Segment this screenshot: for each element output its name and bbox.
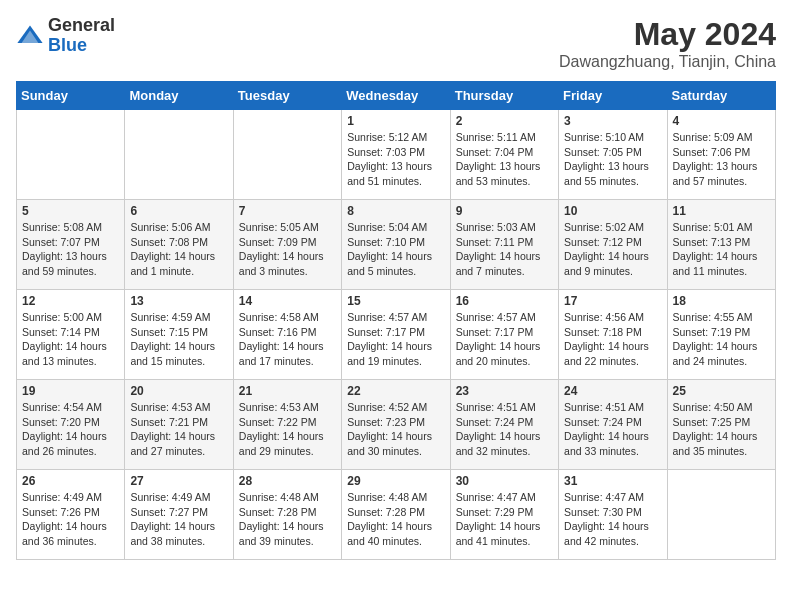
day-number: 14 bbox=[239, 294, 336, 308]
day-number: 26 bbox=[22, 474, 119, 488]
calendar-header: SundayMondayTuesdayWednesdayThursdayFrid… bbox=[17, 82, 776, 110]
calendar-cell: 7 Sunrise: 5:05 AMSunset: 7:09 PMDayligh… bbox=[233, 200, 341, 290]
day-number: 4 bbox=[673, 114, 770, 128]
day-info: Sunrise: 5:04 AMSunset: 7:10 PMDaylight:… bbox=[347, 220, 444, 279]
day-number: 19 bbox=[22, 384, 119, 398]
logo: General Blue bbox=[16, 16, 115, 56]
day-info: Sunrise: 4:53 AMSunset: 7:21 PMDaylight:… bbox=[130, 400, 227, 459]
day-info: Sunrise: 4:53 AMSunset: 7:22 PMDaylight:… bbox=[239, 400, 336, 459]
day-number: 22 bbox=[347, 384, 444, 398]
day-number: 16 bbox=[456, 294, 553, 308]
subtitle: Dawangzhuang, Tianjin, China bbox=[559, 53, 776, 71]
day-info: Sunrise: 5:09 AMSunset: 7:06 PMDaylight:… bbox=[673, 130, 770, 189]
calendar-cell: 8 Sunrise: 5:04 AMSunset: 7:10 PMDayligh… bbox=[342, 200, 450, 290]
day-info: Sunrise: 5:05 AMSunset: 7:09 PMDaylight:… bbox=[239, 220, 336, 279]
calendar-cell: 27 Sunrise: 4:49 AMSunset: 7:27 PMDaylig… bbox=[125, 470, 233, 560]
calendar-cell: 25 Sunrise: 4:50 AMSunset: 7:25 PMDaylig… bbox=[667, 380, 775, 470]
main-title: May 2024 bbox=[559, 16, 776, 53]
calendar-cell: 24 Sunrise: 4:51 AMSunset: 7:24 PMDaylig… bbox=[559, 380, 667, 470]
calendar-cell: 1 Sunrise: 5:12 AMSunset: 7:03 PMDayligh… bbox=[342, 110, 450, 200]
calendar-cell: 11 Sunrise: 5:01 AMSunset: 7:13 PMDaylig… bbox=[667, 200, 775, 290]
calendar-cell: 18 Sunrise: 4:55 AMSunset: 7:19 PMDaylig… bbox=[667, 290, 775, 380]
calendar-cell: 4 Sunrise: 5:09 AMSunset: 7:06 PMDayligh… bbox=[667, 110, 775, 200]
day-info: Sunrise: 5:12 AMSunset: 7:03 PMDaylight:… bbox=[347, 130, 444, 189]
calendar-body: 1 Sunrise: 5:12 AMSunset: 7:03 PMDayligh… bbox=[17, 110, 776, 560]
day-number: 15 bbox=[347, 294, 444, 308]
logo-icon bbox=[16, 22, 44, 50]
calendar-cell: 20 Sunrise: 4:53 AMSunset: 7:21 PMDaylig… bbox=[125, 380, 233, 470]
calendar-cell: 12 Sunrise: 5:00 AMSunset: 7:14 PMDaylig… bbox=[17, 290, 125, 380]
day-number: 25 bbox=[673, 384, 770, 398]
day-info: Sunrise: 4:57 AMSunset: 7:17 PMDaylight:… bbox=[456, 310, 553, 369]
calendar-cell: 21 Sunrise: 4:53 AMSunset: 7:22 PMDaylig… bbox=[233, 380, 341, 470]
calendar-cell: 26 Sunrise: 4:49 AMSunset: 7:26 PMDaylig… bbox=[17, 470, 125, 560]
calendar-week-row: 26 Sunrise: 4:49 AMSunset: 7:26 PMDaylig… bbox=[17, 470, 776, 560]
day-info: Sunrise: 4:51 AMSunset: 7:24 PMDaylight:… bbox=[456, 400, 553, 459]
calendar-cell: 3 Sunrise: 5:10 AMSunset: 7:05 PMDayligh… bbox=[559, 110, 667, 200]
day-info: Sunrise: 4:48 AMSunset: 7:28 PMDaylight:… bbox=[347, 490, 444, 549]
day-info: Sunrise: 4:56 AMSunset: 7:18 PMDaylight:… bbox=[564, 310, 661, 369]
day-info: Sunrise: 5:00 AMSunset: 7:14 PMDaylight:… bbox=[22, 310, 119, 369]
day-info: Sunrise: 4:50 AMSunset: 7:25 PMDaylight:… bbox=[673, 400, 770, 459]
day-number: 30 bbox=[456, 474, 553, 488]
calendar-cell: 14 Sunrise: 4:58 AMSunset: 7:16 PMDaylig… bbox=[233, 290, 341, 380]
day-info: Sunrise: 4:54 AMSunset: 7:20 PMDaylight:… bbox=[22, 400, 119, 459]
weekday-header: Wednesday bbox=[342, 82, 450, 110]
calendar-week-row: 19 Sunrise: 4:54 AMSunset: 7:20 PMDaylig… bbox=[17, 380, 776, 470]
calendar-cell bbox=[125, 110, 233, 200]
day-info: Sunrise: 4:47 AMSunset: 7:29 PMDaylight:… bbox=[456, 490, 553, 549]
calendar-week-row: 5 Sunrise: 5:08 AMSunset: 7:07 PMDayligh… bbox=[17, 200, 776, 290]
day-number: 10 bbox=[564, 204, 661, 218]
day-number: 11 bbox=[673, 204, 770, 218]
logo-general: General bbox=[48, 15, 115, 35]
weekday-header: Thursday bbox=[450, 82, 558, 110]
calendar-cell bbox=[233, 110, 341, 200]
day-number: 8 bbox=[347, 204, 444, 218]
day-number: 29 bbox=[347, 474, 444, 488]
calendar-cell: 19 Sunrise: 4:54 AMSunset: 7:20 PMDaylig… bbox=[17, 380, 125, 470]
calendar-week-row: 1 Sunrise: 5:12 AMSunset: 7:03 PMDayligh… bbox=[17, 110, 776, 200]
calendar-cell: 6 Sunrise: 5:06 AMSunset: 7:08 PMDayligh… bbox=[125, 200, 233, 290]
logo-blue: Blue bbox=[48, 35, 87, 55]
weekday-header: Saturday bbox=[667, 82, 775, 110]
day-number: 18 bbox=[673, 294, 770, 308]
day-info: Sunrise: 4:55 AMSunset: 7:19 PMDaylight:… bbox=[673, 310, 770, 369]
calendar-cell: 9 Sunrise: 5:03 AMSunset: 7:11 PMDayligh… bbox=[450, 200, 558, 290]
day-info: Sunrise: 4:57 AMSunset: 7:17 PMDaylight:… bbox=[347, 310, 444, 369]
calendar-cell: 15 Sunrise: 4:57 AMSunset: 7:17 PMDaylig… bbox=[342, 290, 450, 380]
day-number: 21 bbox=[239, 384, 336, 398]
day-number: 24 bbox=[564, 384, 661, 398]
calendar-cell: 28 Sunrise: 4:48 AMSunset: 7:28 PMDaylig… bbox=[233, 470, 341, 560]
calendar-cell: 17 Sunrise: 4:56 AMSunset: 7:18 PMDaylig… bbox=[559, 290, 667, 380]
day-number: 6 bbox=[130, 204, 227, 218]
day-info: Sunrise: 4:49 AMSunset: 7:26 PMDaylight:… bbox=[22, 490, 119, 549]
day-info: Sunrise: 4:48 AMSunset: 7:28 PMDaylight:… bbox=[239, 490, 336, 549]
calendar-cell: 13 Sunrise: 4:59 AMSunset: 7:15 PMDaylig… bbox=[125, 290, 233, 380]
title-block: May 2024 Dawangzhuang, Tianjin, China bbox=[559, 16, 776, 71]
calendar-cell: 5 Sunrise: 5:08 AMSunset: 7:07 PMDayligh… bbox=[17, 200, 125, 290]
day-info: Sunrise: 4:58 AMSunset: 7:16 PMDaylight:… bbox=[239, 310, 336, 369]
day-info: Sunrise: 4:47 AMSunset: 7:30 PMDaylight:… bbox=[564, 490, 661, 549]
day-number: 5 bbox=[22, 204, 119, 218]
calendar-cell: 31 Sunrise: 4:47 AMSunset: 7:30 PMDaylig… bbox=[559, 470, 667, 560]
page-header: General Blue May 2024 Dawangzhuang, Tian… bbox=[16, 16, 776, 71]
day-info: Sunrise: 5:03 AMSunset: 7:11 PMDaylight:… bbox=[456, 220, 553, 279]
day-number: 23 bbox=[456, 384, 553, 398]
day-number: 3 bbox=[564, 114, 661, 128]
calendar-cell bbox=[17, 110, 125, 200]
day-info: Sunrise: 5:02 AMSunset: 7:12 PMDaylight:… bbox=[564, 220, 661, 279]
day-number: 20 bbox=[130, 384, 227, 398]
day-info: Sunrise: 4:59 AMSunset: 7:15 PMDaylight:… bbox=[130, 310, 227, 369]
weekday-header: Monday bbox=[125, 82, 233, 110]
day-info: Sunrise: 5:08 AMSunset: 7:07 PMDaylight:… bbox=[22, 220, 119, 279]
day-info: Sunrise: 4:49 AMSunset: 7:27 PMDaylight:… bbox=[130, 490, 227, 549]
day-number: 9 bbox=[456, 204, 553, 218]
weekday-header: Friday bbox=[559, 82, 667, 110]
day-info: Sunrise: 5:01 AMSunset: 7:13 PMDaylight:… bbox=[673, 220, 770, 279]
weekday-row: SundayMondayTuesdayWednesdayThursdayFrid… bbox=[17, 82, 776, 110]
day-number: 1 bbox=[347, 114, 444, 128]
day-number: 7 bbox=[239, 204, 336, 218]
weekday-header: Tuesday bbox=[233, 82, 341, 110]
calendar-cell: 10 Sunrise: 5:02 AMSunset: 7:12 PMDaylig… bbox=[559, 200, 667, 290]
day-number: 13 bbox=[130, 294, 227, 308]
